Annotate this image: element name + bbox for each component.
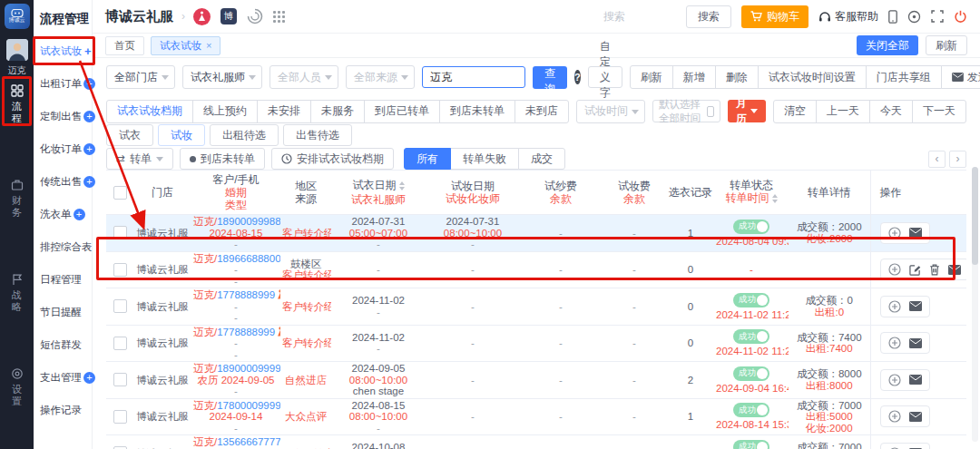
action-刷新[interactable]: 刷新: [630, 65, 673, 89]
schedule-tab-未服务[interactable]: 未服务: [310, 100, 365, 123]
global-search-input[interactable]: [602, 9, 676, 24]
plus-icon[interactable]: [888, 374, 901, 386]
success-toggle[interactable]: 成功: [733, 293, 769, 307]
sidebar-item-化妆订单[interactable]: 化妆订单+: [34, 132, 92, 165]
add-icon[interactable]: +: [83, 176, 95, 188]
vertical-scrollbar[interactable]: [972, 167, 978, 442]
type-tab-出租待选[interactable]: 出租待选: [210, 124, 279, 146]
cart-button[interactable]: 购物车: [741, 5, 808, 28]
apps-grid-icon[interactable]: [273, 11, 285, 23]
phone-link[interactable]: 1778888999: [217, 289, 275, 300]
custom-fields-button[interactable]: 自定义字段: [588, 66, 622, 88]
sidebar-item-操作记录[interactable]: 操作记录: [34, 394, 92, 426]
success-toggle[interactable]: 成功: [733, 366, 769, 381]
row-checkbox[interactable]: [113, 337, 127, 350]
sidebar-item-试衣试妆[interactable]: 试衣试妆+: [34, 34, 92, 67]
dress-brand-icon[interactable]: [193, 8, 211, 25]
mail-icon[interactable]: [909, 412, 922, 422]
add-icon[interactable]: +: [83, 111, 95, 122]
sidebar-item-传统出售[interactable]: 传统出售+: [34, 165, 92, 198]
status-tab-所有[interactable]: 所有: [404, 148, 451, 170]
schedule-tab-未安排[interactable]: 未安排: [257, 100, 311, 123]
power-icon[interactable]: [954, 10, 967, 24]
add-icon[interactable]: +: [74, 209, 85, 220]
trash-icon[interactable]: [929, 264, 940, 276]
success-toggle[interactable]: 成功: [733, 403, 769, 417]
tab-fitting[interactable]: 试衣试妆 ×: [151, 36, 220, 55]
schedule-tab-线上预约[interactable]: 线上预约: [192, 100, 258, 123]
phone-link[interactable]: 18966688800: [217, 253, 280, 264]
swirl-brand-icon[interactable]: [247, 8, 263, 24]
rail-item-流程[interactable]: 流程: [11, 84, 24, 124]
success-toggle[interactable]: 成功: [733, 329, 769, 344]
arrived-not-transferred-button[interactable]: 到店未转单: [180, 148, 265, 170]
mail-icon[interactable]: [909, 301, 922, 311]
action-门店共享组[interactable]: 门店共享组: [866, 65, 942, 89]
sort-icon[interactable]: [772, 191, 778, 206]
store-select[interactable]: 全部门店: [106, 65, 175, 89]
edit-icon[interactable]: [909, 264, 921, 276]
brand-avatar[interactable]: 博诚云: [5, 4, 30, 29]
customer-service-button[interactable]: 客服帮助: [818, 9, 878, 24]
rail-item-战略[interactable]: 战略: [11, 273, 24, 313]
plus-icon[interactable]: [888, 263, 901, 276]
schedule-tab-到店未转单[interactable]: 到店未转单: [439, 100, 515, 123]
search-button[interactable]: 搜索: [686, 5, 731, 28]
action-新增[interactable]: 新增: [672, 65, 716, 89]
plus-icon[interactable]: [888, 227, 901, 239]
plus-icon[interactable]: [888, 410, 901, 423]
query-button[interactable]: 查询: [533, 66, 567, 89]
row-checkbox[interactable]: [113, 299, 127, 313]
add-icon[interactable]: +: [84, 44, 92, 58]
status-tab-转单失败[interactable]: 转单失败: [450, 148, 519, 170]
default-time-input[interactable]: 默认选择全部时间: [652, 100, 720, 122]
close-all-button[interactable]: 关闭全部: [857, 35, 918, 55]
next-day-button[interactable]: 下一天: [912, 100, 966, 123]
action-试衣试妆时间设置[interactable]: 试衣试妆时间设置: [758, 65, 867, 89]
sidebar-item-排控综合表[interactable]: 排控综合表: [34, 230, 92, 263]
schedule-tab-未到店[interactable]: 未到店: [514, 100, 569, 123]
sort-icon[interactable]: [399, 179, 405, 193]
sidebar-item-短信群发[interactable]: 短信群发: [34, 328, 92, 361]
type-tab-出售待选[interactable]: 出售待选: [283, 124, 352, 146]
mail-icon[interactable]: [909, 338, 922, 348]
scrollbar-thumb[interactable]: [972, 167, 978, 265]
fullscreen-icon[interactable]: [931, 10, 944, 23]
next-page-icon[interactable]: ›: [949, 151, 966, 168]
phone-link[interactable]: 17800009999: [217, 400, 280, 411]
refresh-tabs-button[interactable]: 刷新: [926, 35, 967, 55]
add-icon[interactable]: +: [83, 78, 95, 90]
close-icon[interactable]: ×: [206, 40, 211, 51]
row-checkbox[interactable]: [113, 373, 127, 386]
calendar-suffix-icon[interactable]: [707, 106, 714, 117]
source-select[interactable]: 全部来源: [346, 65, 415, 89]
mail-icon[interactable]: [909, 228, 922, 238]
plus-icon[interactable]: [888, 337, 901, 349]
transfer-button[interactable]: ⇄ 转单: [106, 148, 173, 170]
sidebar-item-洗衣单[interactable]: 洗衣单+: [34, 198, 92, 230]
add-icon[interactable]: +: [83, 372, 95, 384]
rail-item-设置[interactable]: 设置: [11, 367, 24, 407]
clear-button[interactable]: 清空: [773, 100, 817, 123]
action-发送短信[interactable]: 发送短信: [941, 65, 980, 89]
select-all-checkbox[interactable]: [113, 186, 127, 200]
sidebar-item-出租订单[interactable]: 出租订单+: [34, 67, 92, 100]
row-checkbox[interactable]: [113, 263, 127, 277]
phone-link[interactable]: 13566667777: [217, 436, 280, 447]
schedule-tab-试衣试妆档期[interactable]: 试衣试妆档期: [106, 100, 193, 123]
type-tab-试妆[interactable]: 试妆: [158, 124, 205, 146]
stylist-select[interactable]: 试衣礼服师: [182, 65, 262, 89]
success-toggle[interactable]: 成功: [733, 220, 769, 234]
user-avatar[interactable]: [6, 39, 28, 61]
sidebar-item-支出管理[interactable]: 支出管理+: [34, 361, 92, 394]
sidebar-item-日程管理[interactable]: 日程管理: [34, 263, 92, 296]
phone-link[interactable]: 18900099988: [217, 216, 280, 227]
schedule-tab-到店已转单[interactable]: 到店已转单: [364, 100, 440, 123]
phone-link[interactable]: 18900009999: [217, 363, 280, 374]
prev-page-icon[interactable]: ‹: [928, 151, 946, 168]
row-checkbox[interactable]: [113, 226, 127, 239]
makeup-time-select[interactable]: 试妆时间: [576, 100, 645, 123]
keyword-input[interactable]: [422, 66, 525, 88]
target-icon[interactable]: [907, 10, 921, 24]
row-checkbox[interactable]: [113, 410, 127, 424]
